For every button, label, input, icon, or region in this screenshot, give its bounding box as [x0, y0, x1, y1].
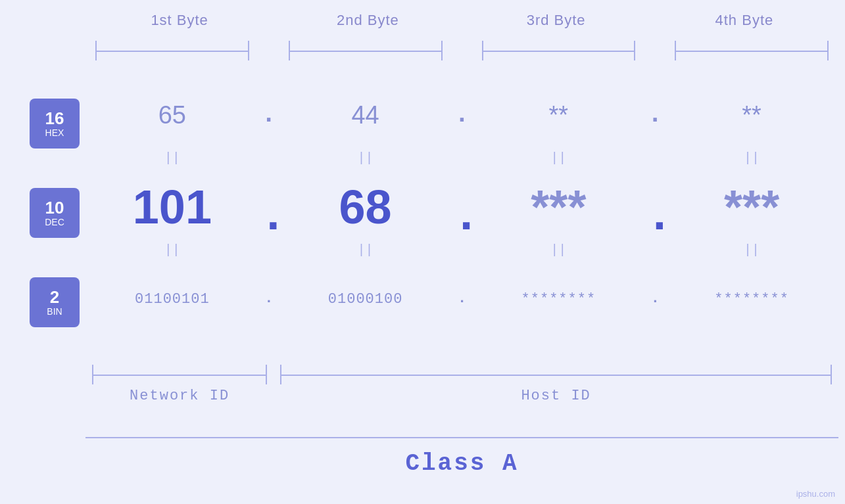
bracket-byte4: [665, 41, 838, 60]
byte3-header: 3rd Byte: [462, 12, 650, 29]
top-brackets: [85, 41, 838, 60]
bin-b4-cell: ********: [665, 291, 838, 308]
dec-badge: 10 DEC: [30, 188, 80, 238]
bracket-byte3: [472, 41, 646, 60]
eq2-b3: ||: [472, 242, 646, 258]
bin-b3-value: ********: [521, 291, 596, 308]
hex-b4-value: **: [742, 101, 761, 129]
class-row: Class A: [85, 437, 838, 477]
bin-badge: 2 BIN: [30, 277, 80, 327]
equals-row-1: || || || ||: [85, 145, 838, 171]
bracket-byte1: [85, 41, 259, 60]
hex-label: HEX: [45, 127, 64, 138]
hex-b1-cell: 65: [85, 101, 259, 129]
eq2-b1: ||: [85, 242, 259, 258]
byte-headers: 1st Byte 2nd Byte 3rd Byte 4th Byte: [85, 12, 838, 29]
dec-b1-cell: 101: [85, 180, 259, 234]
bin-dot2: .: [452, 292, 472, 306]
network-bracket: [85, 365, 274, 384]
bin-b2-cell: 01000100: [279, 291, 452, 308]
bin-b3-cell: ********: [472, 291, 646, 308]
eq1-b4: ||: [665, 150, 838, 166]
eq1-b3: ||: [472, 150, 646, 166]
bin-dot3: .: [645, 292, 665, 306]
hex-dot1: .: [259, 103, 279, 127]
dec-dot2: .: [452, 193, 472, 241]
hex-b4-cell: **: [665, 101, 838, 129]
hex-b3-value: **: [549, 101, 569, 129]
dec-b4-value: ***: [724, 180, 779, 234]
host-id-label: Host ID: [274, 388, 838, 404]
dec-b3-cell: ***: [472, 180, 646, 234]
dec-b1-value: 101: [133, 180, 212, 234]
eq2-b4: ||: [665, 242, 838, 258]
hex-b2-cell: 44: [279, 101, 452, 129]
bin-b4-value: ********: [714, 291, 789, 308]
eq2-b2: ||: [279, 242, 452, 258]
rows-area: 65 . 44 . ** . ** || || || || 101 . 68 .: [85, 72, 838, 329]
bottom-brackets: [85, 365, 838, 384]
host-bracket: [274, 365, 838, 384]
network-id-label: Network ID: [85, 388, 274, 404]
dec-dot1: .: [259, 193, 279, 241]
bin-dot1: .: [259, 292, 279, 306]
byte4-header: 4th Byte: [650, 12, 838, 29]
hex-b2-value: 44: [351, 101, 379, 129]
bracket-byte2: [279, 41, 452, 60]
hex-num: 16: [45, 109, 64, 128]
hex-dot2: .: [452, 103, 472, 127]
base-labels: 16 HEX 10 DEC 2 BIN: [30, 85, 80, 327]
eq1-b2: ||: [279, 150, 452, 166]
dec-row: 101 . 68 . *** . ***: [85, 177, 838, 237]
byte1-header: 1st Byte: [85, 12, 274, 29]
dec-b3-value: ***: [531, 180, 586, 234]
dec-b2-cell: 68: [279, 180, 452, 234]
class-line: [85, 437, 838, 438]
bin-label: BIN: [47, 306, 62, 317]
dec-b4-cell: ***: [665, 180, 838, 234]
eq1-b1: ||: [85, 150, 259, 166]
bin-b1-cell: 01100101: [85, 291, 259, 308]
class-label: Class A: [405, 450, 518, 477]
dec-num: 10: [45, 198, 64, 218]
hex-dot3: .: [645, 103, 665, 127]
bin-row: 01100101 . 01000100 . ******** . *******…: [85, 269, 838, 329]
byte2-header: 2nd Byte: [274, 12, 462, 29]
dec-label: DEC: [45, 217, 64, 227]
hex-b3-cell: **: [472, 101, 646, 129]
hex-badge: 16 HEX: [30, 99, 80, 149]
dec-dot3: .: [645, 193, 665, 241]
hex-b1-value: 65: [158, 101, 186, 129]
id-labels: Network ID Host ID: [85, 388, 838, 404]
dec-b2-value: 68: [339, 180, 392, 234]
watermark: ipshu.com: [796, 489, 835, 499]
hex-row: 65 . 44 . ** . **: [85, 85, 838, 145]
bin-num: 2: [50, 288, 59, 307]
bin-b2-value: 01000100: [328, 291, 403, 308]
bin-b1-value: 01100101: [135, 291, 210, 308]
